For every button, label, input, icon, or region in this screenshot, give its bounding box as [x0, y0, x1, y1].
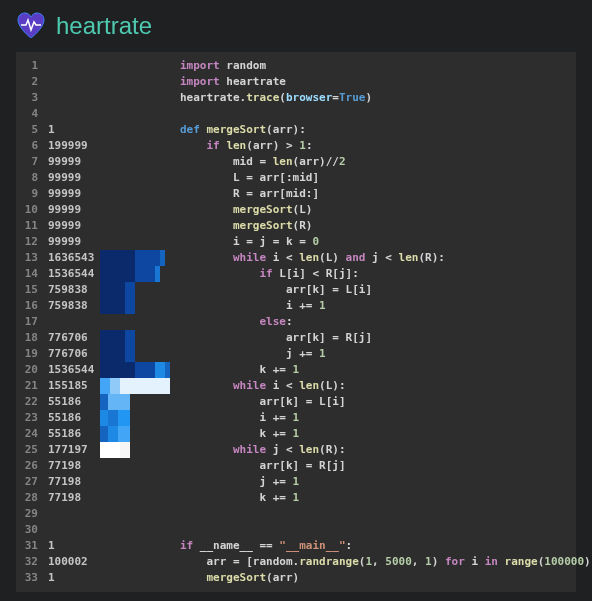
- code-text: import heartrate: [170, 74, 286, 90]
- code-line[interactable]: 331 mergeSort(arr): [16, 570, 576, 586]
- line-number: 16: [16, 298, 44, 314]
- heat-bar: [100, 314, 170, 330]
- code-line[interactable]: 2255186 arr[k] = L[i]: [16, 394, 576, 410]
- line-number: 8: [16, 170, 44, 186]
- hit-count: 99999: [44, 154, 100, 170]
- code-line[interactable]: 899999 L = arr[:mid]: [16, 170, 576, 186]
- heat-bar: [100, 554, 170, 570]
- heat-bar: [100, 250, 170, 266]
- code-text: def mergeSort(arr):: [170, 122, 306, 138]
- code-text: import random: [170, 58, 266, 74]
- hit-count: 77198: [44, 474, 100, 490]
- heat-bar: [100, 154, 170, 170]
- heat-bar: [100, 426, 170, 442]
- code-text: mergeSort(L): [170, 202, 312, 218]
- code-text: L = arr[:mid]: [170, 170, 319, 186]
- line-number: 4: [16, 106, 44, 122]
- code-text: arr[k] = R[j]: [170, 458, 346, 474]
- code-line[interactable]: 201536544 k += 1: [16, 362, 576, 378]
- line-number: 17: [16, 314, 44, 330]
- code-line[interactable]: 2355186 i += 1: [16, 410, 576, 426]
- heat-bar: [100, 282, 170, 298]
- code-text: mid = len(arr)//2: [170, 154, 346, 170]
- heat-bar: [100, 266, 170, 282]
- code-text: while i < len(L):: [170, 378, 346, 394]
- code-text: j += 1: [170, 474, 299, 490]
- hit-count: 155185: [44, 378, 100, 394]
- heat-bar: [100, 410, 170, 426]
- heart-icon: [16, 12, 46, 40]
- code-line[interactable]: 4: [16, 106, 576, 122]
- code-line[interactable]: 17 else:: [16, 314, 576, 330]
- code-line[interactable]: 51def mergeSort(arr):: [16, 122, 576, 138]
- line-number: 22: [16, 394, 44, 410]
- code-text: mergeSort(R): [170, 218, 312, 234]
- line-number: 2: [16, 74, 44, 90]
- code-line[interactable]: 18776706 arr[k] = R[j]: [16, 330, 576, 346]
- line-number: 6: [16, 138, 44, 154]
- line-number: 21: [16, 378, 44, 394]
- code-line[interactable]: 2455186 k += 1: [16, 426, 576, 442]
- code-line[interactable]: 1import random: [16, 58, 576, 74]
- heat-bar: [100, 218, 170, 234]
- code-line[interactable]: 2777198 j += 1: [16, 474, 576, 490]
- line-number: 27: [16, 474, 44, 490]
- code-line[interactable]: 311if __name__ == "__main__":: [16, 538, 576, 554]
- hit-count: 199999: [44, 138, 100, 154]
- code-line[interactable]: 799999 mid = len(arr)//2: [16, 154, 576, 170]
- hit-count: 100002: [44, 554, 100, 570]
- hit-count: 177197: [44, 442, 100, 458]
- heat-bar: [100, 570, 170, 586]
- line-number: 32: [16, 554, 44, 570]
- line-number: 5: [16, 122, 44, 138]
- heat-bar: [100, 346, 170, 362]
- heat-bar: [100, 442, 170, 458]
- hit-count: 99999: [44, 234, 100, 250]
- code-line[interactable]: 15759838 arr[k] = L[i]: [16, 282, 576, 298]
- hit-count: 776706: [44, 346, 100, 362]
- code-line[interactable]: 2877198 k += 1: [16, 490, 576, 506]
- line-number: 12: [16, 234, 44, 250]
- code-text: arr[k] = L[i]: [170, 282, 372, 298]
- line-number: 11: [16, 218, 44, 234]
- code-line[interactable]: 1299999 i = j = k = 0: [16, 234, 576, 250]
- code-line[interactable]: 2677198 arr[k] = R[j]: [16, 458, 576, 474]
- app-header: heartrate: [0, 0, 592, 52]
- code-line[interactable]: 19776706 j += 1: [16, 346, 576, 362]
- hit-count: 759838: [44, 298, 100, 314]
- heat-bar: [100, 538, 170, 554]
- code-line[interactable]: 3heartrate.trace(browser=True): [16, 90, 576, 106]
- heat-bar: [100, 122, 170, 138]
- code-line[interactable]: 29: [16, 506, 576, 522]
- code-line[interactable]: 32100002 arr = [random.randrange(1, 5000…: [16, 554, 576, 570]
- heat-bar: [100, 234, 170, 250]
- hit-count: 55186: [44, 394, 100, 410]
- line-number: 3: [16, 90, 44, 106]
- hit-count: 1536544: [44, 362, 100, 378]
- code-line[interactable]: 25177197 while j < len(R):: [16, 442, 576, 458]
- code-line[interactable]: 1199999 mergeSort(R): [16, 218, 576, 234]
- code-text: while j < len(R):: [170, 442, 346, 458]
- code-line[interactable]: 21155185 while i < len(L):: [16, 378, 576, 394]
- heat-bar: [100, 330, 170, 346]
- code-line[interactable]: 1099999 mergeSort(L): [16, 202, 576, 218]
- code-line[interactable]: 999999 R = arr[mid:]: [16, 186, 576, 202]
- code-line[interactable]: 16759838 i += 1: [16, 298, 576, 314]
- code-text: i += 1: [170, 410, 299, 426]
- hit-count: 1: [44, 538, 100, 554]
- code-text: arr[k] = R[j]: [170, 330, 372, 346]
- code-text: if L[i] < R[j]:: [170, 266, 359, 282]
- line-number: 29: [16, 506, 44, 522]
- code-line[interactable]: 141536544 if L[i] < R[j]:: [16, 266, 576, 282]
- code-line[interactable]: 2import heartrate: [16, 74, 576, 90]
- hit-count: 77198: [44, 490, 100, 506]
- hit-count: 1536544: [44, 266, 100, 282]
- app-title: heartrate: [56, 12, 152, 40]
- heat-bar: [100, 58, 170, 74]
- line-number: 28: [16, 490, 44, 506]
- code-line[interactable]: 30: [16, 522, 576, 538]
- hit-count: 99999: [44, 218, 100, 234]
- line-number: 30: [16, 522, 44, 538]
- code-line[interactable]: 6199999 if len(arr) > 1:: [16, 138, 576, 154]
- code-line[interactable]: 131636543 while i < len(L) and j < len(R…: [16, 250, 576, 266]
